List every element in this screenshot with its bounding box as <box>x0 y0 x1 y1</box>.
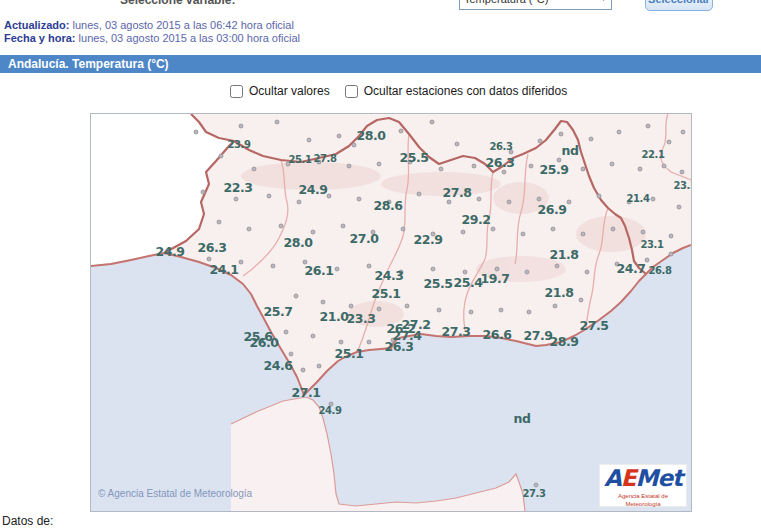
station-temperature: 23.9 <box>227 139 250 150</box>
aemet-logo-subtitle: Agencia Estatal de Meteorología <box>600 492 686 508</box>
station-temperature: 25.1 <box>371 286 400 301</box>
station-temperature: 21.8 <box>549 247 578 262</box>
station-temperature: 24.9 <box>155 244 184 259</box>
station-temperature: 27.3 <box>441 324 470 339</box>
station-temperature: 21.0 <box>319 309 348 324</box>
station-temperature: 25.5 <box>399 150 428 165</box>
chevron-down-icon: ▼ <box>596 0 611 2</box>
station-temperature: 21.8 <box>544 285 573 300</box>
station-temperature: 25.7 <box>263 304 292 319</box>
station-temperature: 23.5 <box>673 180 692 191</box>
station-temperature: 28.9 <box>549 334 578 349</box>
station-temperature: 24.3 <box>374 268 403 283</box>
seleccionar-button[interactable]: Seleccionar <box>645 0 713 11</box>
station-temperature: nd <box>513 411 530 426</box>
station-temperature: 22.3 <box>223 180 252 195</box>
station-temperature: 24.6 <box>263 358 292 373</box>
station-temperature: 28.0 <box>356 128 385 143</box>
map-options: Ocultar valores Ocultar estaciones con d… <box>230 84 567 98</box>
station-temperature: 24.1 <box>209 262 238 277</box>
datetime-line: Fecha y hora: lunes, 03 agosto 2015 a la… <box>4 32 300 44</box>
station-temperature: 25.1 <box>288 154 311 165</box>
station-temperature: 27.9 <box>523 328 552 343</box>
datetime-value: lunes, 03 agosto 2015 a las 03:00 hora o… <box>79 32 300 44</box>
station-temperature: 22.1 <box>641 149 664 160</box>
station-temperature: 25.4 <box>453 275 482 290</box>
station-temperature: 23.3 <box>346 311 375 326</box>
station-temperature: 26.8 <box>648 265 671 276</box>
station-temperature: 26.1 <box>304 263 333 278</box>
station-temperature: 27.5 <box>579 318 608 333</box>
aemet-logo-text: AEMet <box>600 465 686 492</box>
station-temperature: 27.8 <box>313 153 336 164</box>
station-temperature: 25.1 <box>334 346 363 361</box>
station-temperature: 23.1 <box>640 239 663 250</box>
station-temperature: 28.0 <box>283 235 312 250</box>
station-temperature: 24.9 <box>298 182 327 197</box>
updated-line: Actualizado: lunes, 03 agosto 2015 a las… <box>4 19 294 31</box>
station-temperature: 27.8 <box>442 185 471 200</box>
datos-de-label: Datos de: <box>2 514 53 528</box>
station-temperature: 27.0 <box>349 231 378 246</box>
hide-deferred-stations-checkbox[interactable] <box>345 85 358 98</box>
station-temperature: 24.9 <box>318 405 341 416</box>
station-temperature: nd <box>561 143 578 158</box>
station-temperature: 25.9 <box>539 162 568 177</box>
station-temperature: 26.0 <box>249 335 278 350</box>
station-temperature: 22.9 <box>413 232 442 247</box>
temperature-labels: 23.925.127.828.022.324.925.526.326.3nd25… <box>91 114 691 511</box>
select-variable-label: Seleccione variable: <box>120 0 235 7</box>
variable-dropdown-value: Temperatura (°C) <box>460 0 596 5</box>
map-copyright: © Agencia Estatal de Meteorología <box>98 488 252 499</box>
station-temperature: 26.6 <box>482 327 511 342</box>
hide-values-label: Ocultar valores <box>249 84 330 98</box>
hide-deferred-stations-label: Ocultar estaciones con datos diferidos <box>364 84 567 98</box>
station-temperature: 26.9 <box>537 202 566 217</box>
page-title: Andalucía. Temperatura (°C) <box>0 55 761 73</box>
station-temperature: 26.3 <box>384 339 413 354</box>
station-temperature: 19.7 <box>480 271 509 286</box>
station-temperature: 27.1 <box>291 385 320 400</box>
datetime-label: Fecha y hora: <box>4 32 76 44</box>
station-temperature: 24.7 <box>616 261 645 276</box>
hide-values-checkbox[interactable] <box>230 85 243 98</box>
station-temperature: 28.6 <box>373 198 402 213</box>
station-temperature: 27.3 <box>522 488 545 499</box>
updated-value: lunes, 03 agosto 2015 a las 06:42 hora o… <box>72 19 293 31</box>
station-temperature: 26.3 <box>485 155 514 170</box>
station-temperature: 29.2 <box>461 212 490 227</box>
updated-label: Actualizado: <box>4 19 69 31</box>
station-temperature: 26.3 <box>197 240 226 255</box>
station-temperature: 21.4 <box>626 193 649 204</box>
andalucia-temperature-map: 23.925.127.828.022.324.925.526.326.3nd25… <box>90 113 692 512</box>
station-temperature: 26.3 <box>489 141 512 152</box>
variable-dropdown[interactable]: Temperatura (°C) ▼ <box>459 0 612 10</box>
station-temperature: 25.5 <box>423 276 452 291</box>
aemet-logo: AEMet Agencia Estatal de Meteorología <box>599 464 687 507</box>
